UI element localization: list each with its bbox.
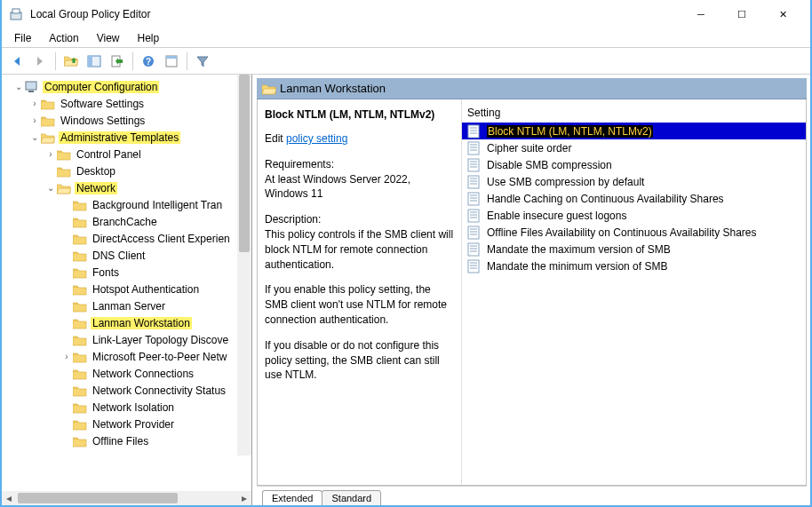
- tree-node-network-item[interactable]: Network Connectivity Status: [7, 382, 251, 399]
- vertical-scrollbar[interactable]: [237, 75, 251, 456]
- tree-node-network-item[interactable]: DNS Client: [7, 247, 251, 264]
- export-button[interactable]: [107, 51, 127, 71]
- expander-icon[interactable]: ⌄: [12, 82, 25, 91]
- menu-help[interactable]: Help: [129, 30, 169, 46]
- tree-node-network-item[interactable]: Network Isolation: [7, 399, 251, 416]
- scroll-left-arrow[interactable]: ◂: [2, 491, 16, 505]
- toolbar: ?: [2, 48, 810, 75]
- tree-label: Network: [75, 182, 117, 194]
- tree-node-network-item[interactable]: BranchCache: [7, 213, 251, 230]
- forward-button[interactable]: [30, 51, 50, 71]
- tree-label: Background Intelligent Tran: [91, 199, 224, 211]
- folder-icon: [73, 317, 87, 329]
- tree-label: DirectAccess Client Experien: [91, 233, 232, 245]
- menu-file[interactable]: File: [5, 30, 40, 46]
- expander-icon[interactable]: ›: [28, 115, 41, 125]
- scrollbar-thumb[interactable]: [18, 493, 178, 503]
- tree-node-network-item[interactable]: Lanman Workstation: [7, 314, 251, 331]
- tree-node-network-item[interactable]: Fonts: [7, 264, 251, 281]
- folder-icon: [73, 384, 87, 397]
- svg-rect-14: [28, 91, 34, 92]
- setting-row[interactable]: Mandate the maximum version of SMB: [462, 241, 806, 257]
- back-button[interactable]: [7, 51, 27, 71]
- titlebar: Local Group Policy Editor ─ ☐ ✕: [2, 0, 810, 28]
- tree-node-computer-configuration[interactable]: ⌄ Computer Configuration: [7, 78, 251, 95]
- tree-label: Administrative Templates: [59, 131, 180, 144]
- setting-row[interactable]: Disable SMB compression: [462, 156, 806, 173]
- expander-icon[interactable]: ›: [28, 99, 41, 108]
- tree-node-desktop[interactable]: Desktop: [7, 162, 251, 179]
- minimize-button[interactable]: ─: [681, 0, 721, 28]
- up-button[interactable]: [61, 51, 81, 71]
- policy-icon: [467, 259, 482, 273]
- tree-node-network-item[interactable]: Network Provider: [7, 416, 251, 432]
- tab-standard[interactable]: Standard: [322, 490, 381, 506]
- scroll-right-arrow[interactable]: ▸: [237, 491, 251, 505]
- policy-icon: [467, 124, 482, 139]
- folder-icon: [73, 351, 87, 363]
- tree-label: Network Connections: [91, 368, 195, 380]
- menu-action[interactable]: Action: [40, 30, 87, 46]
- expander-icon[interactable]: ⌄: [28, 132, 41, 142]
- folder-icon: [73, 368, 87, 380]
- setting-row[interactable]: Mandate the minimum version of SMB: [462, 257, 806, 274]
- setting-row[interactable]: Handle Caching on Continuous Availabilit…: [462, 190, 806, 207]
- tree-label: Lanman Server: [91, 300, 167, 313]
- setting-row[interactable]: Cipher suite order: [462, 139, 806, 156]
- tree-node-network[interactable]: ⌄ Network: [7, 179, 251, 196]
- menu-view[interactable]: View: [88, 30, 129, 46]
- tree-label: Offline Files: [91, 435, 150, 448]
- tree-label: Network Provider: [91, 418, 176, 431]
- expander-icon[interactable]: ⌄: [44, 183, 57, 193]
- tree-node-network-item[interactable]: Link-Layer Topology Discove: [7, 331, 251, 348]
- folder-icon: [262, 83, 276, 95]
- detail-header-label: Lanman Workstation: [280, 82, 386, 95]
- scrollbar-thumb[interactable]: [239, 75, 250, 252]
- tree-node-network-item[interactable]: Background Intelligent Tran: [7, 196, 251, 213]
- help-button[interactable]: ?: [139, 51, 158, 71]
- setting-row[interactable]: Enable insecure guest logons: [462, 207, 806, 224]
- svg-rect-12: [166, 56, 177, 59]
- description-p3: If you disable or do not configure this …: [265, 338, 454, 383]
- setting-label: Handle Caching on Continuous Availabilit…: [485, 193, 726, 205]
- tree-label: Desktop: [75, 165, 117, 178]
- tab-extended[interactable]: Extended: [262, 490, 322, 506]
- setting-row[interactable]: Offline Files Availability on Continuous…: [462, 224, 806, 241]
- edit-policy-link[interactable]: policy setting: [286, 132, 347, 145]
- tree-node-network-item[interactable]: ›Microsoft Peer-to-Peer Netw: [7, 348, 251, 365]
- setting-row[interactable]: Use SMB compression by default: [462, 173, 806, 190]
- filter-button[interactable]: [193, 51, 212, 71]
- policy-icon: [467, 209, 482, 223]
- folder-icon: [73, 216, 87, 228]
- menubar: File Action View Help: [2, 28, 810, 48]
- tree-node-network-item[interactable]: Hotspot Authentication: [7, 281, 251, 297]
- edit-policy-line: Edit policy setting: [265, 131, 454, 147]
- folder-icon: [73, 435, 87, 448]
- folder-icon: [41, 115, 55, 127]
- maximize-button[interactable]: ☐: [721, 0, 762, 28]
- close-button[interactable]: ✕: [762, 0, 803, 28]
- tree-label: Network Connectivity Status: [91, 384, 227, 397]
- horizontal-scrollbar[interactable]: ◂ ▸: [2, 491, 251, 505]
- tree-node-network-item[interactable]: Network Connections: [7, 365, 251, 382]
- tree-node-network-item[interactable]: Lanman Server: [7, 297, 251, 314]
- requirements-text: At least Windows Server 2022, Windows 11: [265, 173, 410, 201]
- console-tree[interactable]: ⌄ Computer Configuration › Software Sett…: [2, 75, 251, 491]
- setting-row[interactable]: Block NTLM (LM, NTLM, NTLMv2): [462, 123, 806, 139]
- tree-node-administrative-templates[interactable]: ⌄ Administrative Templates: [7, 129, 251, 146]
- folder-icon: [57, 165, 71, 178]
- tree-node-control-panel[interactable]: › Control Panel: [7, 146, 251, 162]
- tree-node-network-item[interactable]: DirectAccess Client Experien: [7, 230, 251, 247]
- expander-icon[interactable]: ›: [60, 352, 73, 361]
- setting-label: Disable SMB compression: [485, 159, 614, 171]
- properties-button[interactable]: [162, 51, 181, 71]
- expander-icon[interactable]: ›: [44, 149, 57, 159]
- tree-node-network-item[interactable]: Offline Files: [7, 432, 251, 449]
- tree-node-windows-settings[interactable]: › Windows Settings: [7, 112, 251, 129]
- tree-node-software-settings[interactable]: › Software Settings: [7, 95, 251, 112]
- folder-icon: [73, 300, 87, 313]
- tree-label: DNS Client: [91, 250, 147, 262]
- show-hide-tree-button[interactable]: [84, 51, 104, 71]
- settings-column-header[interactable]: Setting: [462, 105, 806, 123]
- setting-label: Use SMB compression by default: [485, 176, 646, 188]
